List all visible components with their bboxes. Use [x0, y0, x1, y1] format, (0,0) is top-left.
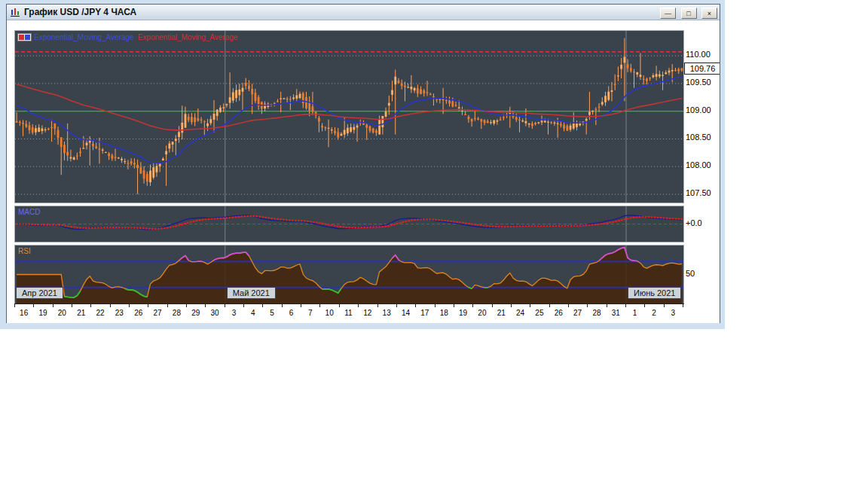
- time-axis-tick: [549, 304, 550, 307]
- time-axis-label: 21: [492, 309, 510, 317]
- macd-chart[interactable]: [15, 206, 683, 242]
- time-axis-tick: [262, 304, 263, 307]
- time-axis-label: 2: [645, 309, 663, 317]
- chart-window: График USD /JPY 4 ЧАСА — □ × Exponential…: [6, 4, 720, 323]
- time-axis-label: 14: [397, 309, 415, 317]
- close-icon: ×: [708, 10, 711, 17]
- time-axis-tick: [664, 304, 665, 307]
- time-axis-label: 12: [359, 309, 377, 317]
- close-button[interactable]: ×: [701, 8, 717, 19]
- time-axis-label: 3: [225, 309, 243, 317]
- time-axis-label: 27: [148, 309, 167, 317]
- time-axis-tick: [129, 304, 130, 307]
- ema-legend-label: Exponential_Moving_Average: [138, 33, 238, 41]
- time-axis-label: 24: [512, 309, 530, 317]
- time-axis-label: 28: [167, 309, 185, 317]
- rsi-label: RSI: [18, 247, 31, 255]
- time-axis-label: 4: [244, 309, 262, 317]
- time-axis-tick: [148, 304, 148, 307]
- indicator-legend: Exponential_Moving_Average Exponential_M…: [17, 33, 241, 41]
- time-axis-label: 6: [282, 309, 300, 317]
- time-axis-tick: [625, 304, 626, 307]
- price-axis-label: 109.50: [686, 78, 711, 87]
- time-axis-label: 27: [569, 309, 587, 317]
- chart-icon: [9, 7, 21, 17]
- legend-swatches: [17, 33, 32, 41]
- month-marker: Апр 2021: [16, 287, 63, 299]
- time-axis-tick: [282, 304, 283, 307]
- time-axis-tick: [14, 304, 15, 307]
- time-axis-tick: [358, 304, 359, 307]
- time-axis-label: 3: [664, 309, 682, 317]
- time-axis-label: 31: [607, 309, 625, 317]
- time-axis-label: 5: [263, 309, 281, 317]
- time-axis-label: 28: [588, 309, 606, 317]
- time-axis-label: 19: [34, 309, 52, 317]
- time-axis-tick: [110, 304, 111, 307]
- price-axis-label: 108.00: [686, 160, 711, 169]
- time-axis-label: 13: [377, 309, 396, 317]
- macd-label: MACD: [18, 208, 40, 216]
- time-axis-label: 29: [187, 309, 205, 317]
- price-axis-label: 108.50: [686, 133, 711, 142]
- price-panel[interactable]: Exponential_Moving_Average Exponential_M…: [14, 30, 684, 203]
- rsi-panel[interactable]: RSI: [14, 245, 684, 304]
- ema-legend-label: Exponential_Moving_Average: [34, 33, 134, 41]
- price-axis-label: 107.50: [686, 188, 711, 197]
- time-axis-label: 7: [301, 309, 319, 317]
- rsi-chart[interactable]: [15, 246, 683, 303]
- time-axis-tick: [492, 304, 493, 307]
- time-axis-label: 16: [15, 309, 33, 317]
- time-axis-label: 25: [530, 309, 549, 317]
- time-axis-tick: [683, 304, 683, 307]
- time-axis-tick: [530, 304, 530, 307]
- time-axis-tick: [186, 304, 187, 307]
- time-axis-tick: [243, 304, 244, 307]
- macd-panel[interactable]: MACD: [14, 206, 684, 242]
- minimize-icon: —: [665, 10, 671, 17]
- time-axis-tick: [435, 304, 436, 307]
- time-axis-tick: [339, 304, 340, 307]
- time-axis-tick: [319, 304, 320, 307]
- rsi-level-label: 50: [686, 269, 695, 278]
- time-axis-tick: [644, 304, 645, 307]
- time-axis-tick: [53, 304, 53, 307]
- page: График USD /JPY 4 ЧАСА — □ × Exponential…: [0, 0, 868, 488]
- month-marker: Май 2021: [227, 287, 276, 299]
- time-axis-tick: [587, 304, 588, 307]
- time-axis-tick: [33, 304, 34, 307]
- time-axis-tick: [167, 304, 168, 307]
- window-controls: — □ ×: [659, 5, 717, 20]
- time-axis-tick: [454, 304, 454, 307]
- time-axis-label: 20: [53, 309, 71, 317]
- ema-blue-swatch-icon: [25, 35, 30, 40]
- time-axis-label: 19: [454, 309, 472, 317]
- time-axis-label: 26: [549, 309, 567, 317]
- time-axis-tick: [396, 304, 397, 307]
- time-axis-tick: [90, 304, 91, 307]
- time-axis-tick: [225, 304, 225, 307]
- minimize-button[interactable]: —: [660, 8, 676, 19]
- time-axis-label: 11: [340, 309, 358, 317]
- time-axis-tick: [301, 304, 301, 307]
- ema-red-swatch-icon: [19, 35, 24, 40]
- time-axis-tick: [511, 304, 512, 307]
- time-axis-label: 26: [130, 309, 148, 317]
- chart-client-area: Exponential_Moving_Average Exponential_M…: [7, 20, 720, 323]
- time-axis-tick: [415, 304, 416, 307]
- time-axis-label: 20: [473, 309, 491, 317]
- current-price-tag: 109.76: [684, 63, 720, 75]
- time-axis-label: 17: [416, 309, 434, 317]
- price-chart[interactable]: [15, 31, 683, 203]
- time-axis-label: 1: [626, 309, 644, 317]
- time-axis-label: 23: [110, 309, 128, 317]
- time-axis-tick: [205, 304, 206, 307]
- maximize-button[interactable]: □: [681, 8, 697, 19]
- maximize-icon: □: [686, 10, 690, 17]
- window-titlebar[interactable]: График USD /JPY 4 ЧАСА — □ ×: [7, 5, 720, 20]
- time-axis-tick: [472, 304, 473, 307]
- time-axis-tick: [568, 304, 569, 307]
- time-axis-tick: [607, 304, 607, 307]
- time-axis-label: 21: [72, 309, 90, 317]
- time-axis-tick: [72, 304, 72, 307]
